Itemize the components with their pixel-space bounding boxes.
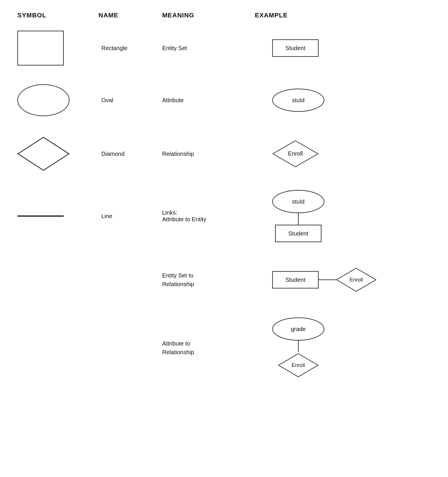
symbol-cell-line: [17, 215, 98, 217]
example-cell-line: stuId Student: [255, 190, 431, 242]
name-cell-rect: Rectangle: [98, 45, 162, 52]
page: SYMBOL NAME MEANING EXAMPLE Rectangle En…: [0, 0, 448, 407]
col-symbol-header: SYMBOL: [17, 12, 98, 19]
attr-rel-oval-label: grade: [291, 326, 306, 332]
example-cell-rect: Student: [255, 39, 431, 57]
entity-rel-connector: [319, 279, 336, 280]
example-line-oval-label: stuId: [292, 198, 304, 205]
col-example-header: EXAMPLE: [255, 12, 431, 19]
example-rect-label: Student: [286, 45, 306, 52]
svg-text:Enroll: Enroll: [288, 150, 303, 157]
meaning-entity-rel-line1: Entity Set to: [162, 271, 255, 280]
col-name-header: NAME: [98, 12, 162, 19]
meaning-cell-line: Links: Attribute to Entity: [162, 209, 255, 223]
example-cell-entity-rel: Student Enroll: [255, 267, 431, 293]
example-oval-stuid: stuId: [272, 89, 324, 112]
example-line-rect: Student: [275, 225, 321, 242]
line-symbol: [17, 215, 64, 217]
rectangle-symbol: [17, 31, 64, 65]
example-cell-attr-rel: grade Enroll: [255, 317, 431, 378]
example-cell-oval: stuId: [255, 89, 431, 112]
table-row: Attribute to Relationship grade Enroll: [17, 317, 431, 378]
example-oval-label: stuId: [292, 97, 304, 104]
entity-rel-diagram: Student Enroll: [272, 267, 376, 293]
table-row: Entity Set to Relationship Student Enrol…: [17, 259, 431, 300]
attr-rel-connector: [298, 341, 299, 352]
meaning-cell-attr-rel: Attribute to Relationship: [162, 339, 255, 357]
meaning-cell-entity-rel: Entity Set to Relationship: [162, 271, 255, 288]
entity-rel-rect-label: Student: [286, 277, 306, 283]
meaning-line2: Attribute to Entity: [162, 216, 255, 223]
entity-rel-diamond: Enroll: [336, 267, 376, 293]
attr-rel-diamond: Enroll: [278, 352, 319, 378]
connector-line: [298, 213, 299, 225]
name-cell-line: Line: [98, 213, 162, 220]
attr-rel-oval: grade: [272, 317, 324, 341]
diamond-symbol: [17, 135, 70, 173]
symbol-cell-diamond: [17, 135, 98, 173]
meaning-attr-rel-line1: Attribute to: [162, 339, 255, 348]
name-cell-diamond: Diamond: [98, 151, 162, 157]
meaning-cell-rect: Entity Set: [162, 45, 255, 52]
table-row: Line Links: Attribute to Entity stuId St…: [17, 190, 431, 242]
entity-rel-rect: Student: [272, 271, 319, 288]
meaning-cell-diamond: Relationship: [162, 151, 255, 157]
svg-text:Enroll: Enroll: [292, 362, 305, 368]
example-cell-diamond: Enroll: [255, 139, 431, 168]
col-meaning-header: MEANING: [162, 12, 255, 19]
attr-rel-diagram: grade Enroll: [272, 317, 324, 378]
meaning-cell-oval: Attribute: [162, 97, 255, 104]
table-header: SYMBOL NAME MEANING EXAMPLE: [17, 12, 431, 22]
name-cell-oval: Oval: [98, 97, 162, 104]
example-diamond-enroll: Enroll: [272, 139, 319, 168]
symbol-cell-rect: [17, 31, 98, 65]
example-rect-student: Student: [272, 39, 319, 57]
symbol-cell-oval: [17, 84, 98, 116]
table-row: Diamond Relationship Enroll: [17, 135, 431, 173]
meaning-entity-rel-line2: Relationship: [162, 280, 255, 288]
oval-symbol: [17, 84, 70, 116]
example-line-oval: stuId: [272, 190, 324, 213]
meaning-line1: Links:: [162, 209, 255, 216]
meaning-attr-rel-line2: Relationship: [162, 348, 255, 357]
table-row: Rectangle Entity Set Student: [17, 31, 431, 65]
line-linked-example: stuId Student: [272, 190, 324, 242]
table-row: Oval Attribute stuId: [17, 83, 431, 118]
svg-marker-0: [18, 137, 69, 170]
example-line-rect-label: Student: [288, 230, 308, 237]
svg-text:Enroll: Enroll: [350, 277, 363, 283]
